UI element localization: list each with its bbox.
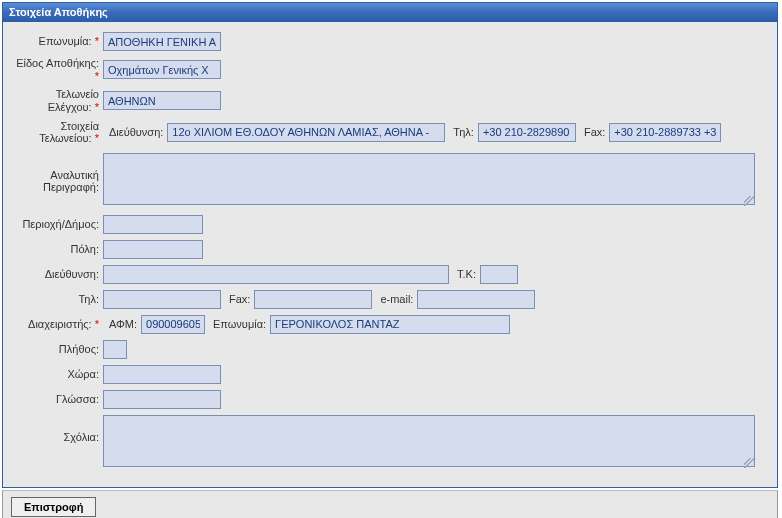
label-address: Διεύθυνση: <box>13 268 103 281</box>
label-customs-details: Στοιχεία Τελωνείου: * <box>13 120 103 145</box>
language-input[interactable] <box>103 390 221 409</box>
label-customs-tel: Τηλ: <box>445 126 478 138</box>
label-language: Γλώσσα: <box>13 393 103 406</box>
label-comments: Σχόλια: <box>13 415 103 444</box>
label-city: Πόλη: <box>13 243 103 256</box>
label-tel: Τηλ: <box>13 293 103 306</box>
warehouse-details-panel: Στοιχεία Αποθήκης Επωνυμία: * Είδος Αποθ… <box>2 2 778 488</box>
panel-title: Στοιχεία Αποθήκης <box>3 3 777 22</box>
label-email: e-mail: <box>372 293 417 305</box>
label-count: Πλήθος: <box>13 343 103 356</box>
tel-input[interactable] <box>103 290 221 309</box>
label-type: Είδος Αποθήκης: * <box>13 57 103 82</box>
label-region: Περιοχή/Δήμος: <box>13 218 103 231</box>
label-customs-address: Διεύθυνση: <box>103 126 167 138</box>
customs-office-input[interactable] <box>103 91 221 110</box>
label-name: Επωνυμία: * <box>13 35 103 48</box>
comments-textarea[interactable] <box>103 415 755 467</box>
address-input[interactable] <box>103 265 449 284</box>
label-manager: Διαχειριστής: * <box>13 318 103 331</box>
label-detailed-desc: Αναλυτική Περιγραφή: <box>13 153 103 194</box>
label-mgr-name: Επωνυμία: <box>205 318 270 330</box>
label-customs-office: Τελωνείο Ελέγχου: * <box>13 88 103 113</box>
region-input[interactable] <box>103 215 203 234</box>
fax-input[interactable] <box>254 290 372 309</box>
manager-name-input[interactable] <box>270 315 510 334</box>
detailed-desc-textarea[interactable] <box>103 153 755 205</box>
name-input[interactable] <box>103 32 221 51</box>
label-postcode: Τ.Κ: <box>449 268 480 280</box>
type-input[interactable] <box>103 60 221 79</box>
city-input[interactable] <box>103 240 203 259</box>
customs-address-input[interactable] <box>167 123 445 142</box>
count-input[interactable] <box>103 340 127 359</box>
label-customs-fax: Fax: <box>576 126 609 138</box>
afm-input[interactable] <box>141 315 205 334</box>
customs-tel-input[interactable] <box>478 123 576 142</box>
label-afm: ΑΦΜ: <box>103 318 141 330</box>
email-input[interactable] <box>417 290 535 309</box>
label-fax: Fax: <box>221 293 254 305</box>
label-country: Χώρα: <box>13 368 103 381</box>
customs-fax-input[interactable] <box>609 123 721 142</box>
back-button[interactable]: Επιστροφή <box>11 497 96 517</box>
postcode-input[interactable] <box>480 265 518 284</box>
panel-body: Επωνυμία: * Είδος Αποθήκης: * Τελωνείο Ε… <box>3 22 777 487</box>
footer-toolbar: Επιστροφή <box>2 490 778 518</box>
country-input[interactable] <box>103 365 221 384</box>
